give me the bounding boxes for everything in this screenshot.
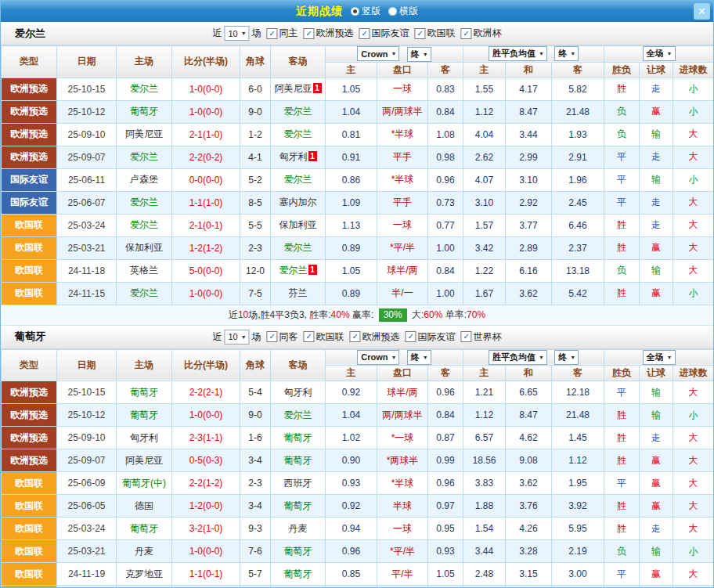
score-halftime: 5-1(0-0) <box>172 586 240 588</box>
team-name: 爱尔兰 <box>284 409 312 420</box>
checkbox-checked-icon[interactable]: ✓ <box>304 28 315 39</box>
match-row: 欧国联 25-03-24 爱尔兰 2-1(0-1) 5-5 保加利亚 1.13 … <box>2 214 714 236</box>
result-goals: 大 <box>673 146 714 168</box>
handicap-odds-home: 0.94 <box>326 518 377 540</box>
chevron-down-icon: ▼ <box>667 355 673 360</box>
checkbox-checked-icon[interactable]: ✓ <box>267 331 278 342</box>
checkbox-checked-icon[interactable]: ✓ <box>415 28 426 39</box>
filter-checkbox[interactable]: ✓国际友谊 <box>406 330 456 344</box>
checkbox-checked-icon[interactable]: ✓ <box>359 28 370 39</box>
filter-checkbox[interactable]: ✓欧洲预选 <box>304 27 354 40</box>
score-halftime: 2-3(1-1) <box>172 427 240 449</box>
summary-text: 40% <box>331 309 350 320</box>
scope-select[interactable]: 全场▼ <box>643 350 676 365</box>
team-name: 丹麦 <box>135 546 153 557</box>
sub-header-avg-draw: 和 <box>506 62 552 78</box>
corner-count: 2-3 <box>240 472 271 495</box>
sub-header-avg-draw: 和 <box>506 366 552 381</box>
filter-checkbox[interactable]: ✓欧国联 <box>415 27 456 40</box>
odds-time-select[interactable]: 终▼ <box>407 47 431 62</box>
avg-odds-draw: 4.62 <box>506 427 552 449</box>
odds-time-select[interactable]: 终▼ <box>407 350 431 365</box>
competition-type: 欧国联 <box>2 540 57 563</box>
chevron-down-icon: ▼ <box>423 355 428 360</box>
result-win-draw-loss: 胜 <box>604 495 640 518</box>
result-goals: 大 <box>673 191 714 214</box>
bookmaker-select[interactable]: Crown▼ <box>357 46 399 61</box>
handicap-odds-home: 1.05 <box>326 259 377 282</box>
away-team-cell: 爱尔兰 <box>271 168 326 191</box>
result-win-draw-loss: 负 <box>604 100 640 123</box>
recent-count-select[interactable]: 10▼ <box>224 26 249 41</box>
avg-odds-away: 5.82 <box>552 78 604 100</box>
bookmaker-select-value: Crown <box>361 352 388 362</box>
avg-time-select[interactable]: 终▼ <box>554 350 579 365</box>
result-goals: 大 <box>673 427 714 449</box>
home-team-cell: 卢森堡 <box>117 168 172 191</box>
match-row: 欧国联 25-06-05 德国 1-2(0-0) 3-4 葡萄牙 0.92 半球… <box>2 495 714 518</box>
home-team-cell: 阿美尼亚 <box>117 123 172 146</box>
filter-checkbox[interactable]: ✓欧洲杯 <box>461 27 502 40</box>
result-goals: 大 <box>673 472 714 495</box>
checkbox-checked-icon[interactable]: ✓ <box>267 28 278 39</box>
result-handicap: 走 <box>640 214 673 236</box>
summary-text: 70% <box>467 309 485 320</box>
match-date: 25-03-21 <box>57 236 117 259</box>
summary-text: 场,胜4平3负3, 胜率: <box>248 309 330 320</box>
result-handicap: 赢 <box>640 563 673 586</box>
checkbox-checked-icon[interactable]: ✓ <box>304 331 315 342</box>
filter-checkbox[interactable]: ✓欧国联 <box>304 330 344 344</box>
handicap-line: 两/两球半 <box>377 404 428 427</box>
filter-checkbox[interactable]: ✓欧洲预选 <box>350 330 400 344</box>
handicap-odds-home: 0.89 <box>326 236 377 259</box>
layout-radio-vertical[interactable]: 竖版 <box>351 5 380 18</box>
team-title: 爱尔兰 <box>15 27 45 41</box>
home-team-cell: 爱尔兰 <box>117 146 172 168</box>
sub-header-home-odds: 主 <box>326 366 377 381</box>
team-name: 爱尔兰 <box>130 219 158 230</box>
win-rate-badge: 30% <box>379 308 407 322</box>
competition-type: 欧国联 <box>2 586 57 588</box>
layout-radio-horizontal[interactable]: 横版 <box>388 5 418 18</box>
checkbox-checked-icon[interactable]: ✓ <box>461 331 472 342</box>
team-name: 阿美尼亚 <box>125 455 163 466</box>
filter-checkbox[interactable]: ✓国际友谊 <box>359 27 409 40</box>
result-handicap: 赢 <box>640 586 673 588</box>
checkbox-checked-icon[interactable]: ✓ <box>350 331 361 342</box>
result-handicap: 赢 <box>640 236 673 259</box>
competition-type: 欧国联 <box>2 518 57 540</box>
result-goals: 大 <box>673 495 714 518</box>
checkbox-checked-icon[interactable]: ✓ <box>461 28 472 39</box>
recent-count-select[interactable]: 10▼ <box>224 330 249 345</box>
match-date: 25-09-10 <box>57 123 117 146</box>
handicap-odds-away: 1.04 <box>428 586 463 588</box>
filter-checkbox[interactable]: ✓世界杯 <box>461 330 502 344</box>
popup-title: 近期战绩 <box>296 5 343 19</box>
scope-select[interactable]: 全场▼ <box>643 46 676 61</box>
red-card-badge: 1 <box>308 151 317 161</box>
close-button[interactable]: ✕ <box>694 3 710 20</box>
corner-count: 4-1 <box>240 146 271 168</box>
avg-odds-home: 1.21 <box>463 381 506 404</box>
avg-odds-away: 2.45 <box>552 191 604 214</box>
avg-type-select[interactable]: 胜平负均值▼ <box>489 350 547 365</box>
handicap-odds-home: 1.02 <box>326 427 377 449</box>
result-win-draw-loss: 胜 <box>604 427 640 449</box>
handicap-odds-home: 0.93 <box>326 472 377 495</box>
bookmaker-select[interactable]: Crown▼ <box>357 350 399 365</box>
score-halftime: 5-0(0-0) <box>172 259 240 282</box>
result-win-draw-loss: 胜 <box>604 214 640 236</box>
filter-checkbox[interactable]: ✓同主 <box>267 27 298 40</box>
header-bookmaker-group: Crown▼ 终▼ <box>326 349 463 366</box>
filter-checkbox[interactable]: ✓同客 <box>267 330 298 344</box>
avg-type-select[interactable]: 胜平负均值▼ <box>489 46 547 61</box>
avg-odds-draw: 3.15 <box>506 563 552 586</box>
handicap-odds-away: 0.99 <box>428 449 463 472</box>
checkbox-checked-icon[interactable]: ✓ <box>406 331 416 342</box>
col-header-home: 主场 <box>117 46 172 78</box>
result-win-draw-loss: 平 <box>604 168 640 191</box>
avg-time-select[interactable]: 终▼ <box>554 46 579 61</box>
match-date: 25-10-12 <box>57 100 117 123</box>
result-handicap: 赢 <box>640 472 673 495</box>
handicap-line: 半球 <box>377 495 428 518</box>
